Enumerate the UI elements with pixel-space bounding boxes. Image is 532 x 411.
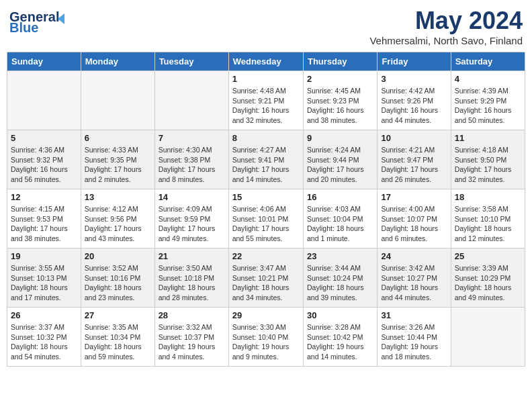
day-number: 27 <box>85 310 151 320</box>
day-info: Sunrise: 4:06 AM Sunset: 10:01 PM Daylig… <box>232 204 300 244</box>
day-number: 14 <box>159 192 225 202</box>
day-info: Sunrise: 3:42 AM Sunset: 10:27 PM Daylig… <box>381 263 447 303</box>
calendar-day-cell: 29Sunrise: 3:30 AM Sunset: 10:40 PM Dayl… <box>228 308 303 367</box>
calendar-day-cell: 24Sunrise: 3:42 AM Sunset: 10:27 PM Dayl… <box>378 248 451 308</box>
day-info: Sunrise: 3:58 AM Sunset: 10:10 PM Daylig… <box>455 204 521 244</box>
day-number: 19 <box>11 251 77 261</box>
calendar-day-cell: 11Sunrise: 4:18 AM Sunset: 9:50 PM Dayli… <box>451 130 525 189</box>
day-number: 4 <box>455 74 521 84</box>
weekday-header: Sunday <box>7 52 81 71</box>
day-info: Sunrise: 4:27 AM Sunset: 9:41 PM Dayligh… <box>232 145 300 185</box>
day-number: 30 <box>307 310 373 320</box>
calendar-day-cell: 18Sunrise: 3:58 AM Sunset: 10:10 PM Dayl… <box>451 189 525 248</box>
day-info: Sunrise: 4:21 AM Sunset: 9:47 PM Dayligh… <box>381 145 447 185</box>
calendar-week-row: 26Sunrise: 3:37 AM Sunset: 10:32 PM Dayl… <box>7 308 525 367</box>
day-number: 25 <box>455 251 521 261</box>
calendar-day-cell: 30Sunrise: 3:28 AM Sunset: 10:42 PM Dayl… <box>303 308 377 367</box>
day-info: Sunrise: 4:00 AM Sunset: 10:07 PM Daylig… <box>381 204 447 244</box>
day-info: Sunrise: 3:44 AM Sunset: 10:24 PM Daylig… <box>307 263 373 303</box>
day-info: Sunrise: 4:03 AM Sunset: 10:04 PM Daylig… <box>307 204 373 244</box>
calendar-day-cell: 9Sunrise: 4:24 AM Sunset: 9:44 PM Daylig… <box>303 130 377 189</box>
day-number: 28 <box>159 310 225 320</box>
calendar-day-cell: 17Sunrise: 4:00 AM Sunset: 10:07 PM Dayl… <box>378 189 451 248</box>
day-number: 18 <box>455 192 521 202</box>
calendar-day-cell: 23Sunrise: 3:44 AM Sunset: 10:24 PM Dayl… <box>303 248 377 308</box>
weekday-header: Tuesday <box>154 52 228 71</box>
calendar-day-cell: 21Sunrise: 3:50 AM Sunset: 10:18 PM Dayl… <box>154 248 228 308</box>
day-info: Sunrise: 4:36 AM Sunset: 9:32 PM Dayligh… <box>11 145 77 185</box>
day-number: 10 <box>381 133 447 143</box>
weekday-header: Monday <box>81 52 154 71</box>
day-number: 31 <box>381 310 447 320</box>
logo: General Blue <box>9 7 70 35</box>
day-number: 26 <box>11 310 77 320</box>
day-info: Sunrise: 3:28 AM Sunset: 10:42 PM Daylig… <box>307 322 373 362</box>
day-info: Sunrise: 4:18 AM Sunset: 9:50 PM Dayligh… <box>455 145 521 185</box>
calendar-day-cell <box>7 71 81 130</box>
weekday-header: Saturday <box>451 52 525 71</box>
day-info: Sunrise: 3:39 AM Sunset: 10:29 PM Daylig… <box>455 263 521 303</box>
day-info: Sunrise: 3:52 AM Sunset: 10:16 PM Daylig… <box>85 263 151 303</box>
day-info: Sunrise: 3:37 AM Sunset: 10:32 PM Daylig… <box>11 322 77 362</box>
day-info: Sunrise: 4:30 AM Sunset: 9:38 PM Dayligh… <box>159 145 225 185</box>
day-info: Sunrise: 3:50 AM Sunset: 10:18 PM Daylig… <box>159 263 225 303</box>
calendar-day-cell: 20Sunrise: 3:52 AM Sunset: 10:16 PM Dayl… <box>81 248 154 308</box>
day-info: Sunrise: 4:45 AM Sunset: 9:23 PM Dayligh… <box>307 86 373 126</box>
calendar-day-cell <box>154 71 228 130</box>
day-number: 23 <box>307 251 373 261</box>
calendar-day-cell: 5Sunrise: 4:36 AM Sunset: 9:32 PM Daylig… <box>7 130 81 189</box>
calendar-day-cell: 25Sunrise: 3:39 AM Sunset: 10:29 PM Dayl… <box>451 248 525 308</box>
day-number: 6 <box>85 133 151 143</box>
svg-text:Blue: Blue <box>9 20 38 35</box>
calendar-week-row: 19Sunrise: 3:55 AM Sunset: 10:13 PM Dayl… <box>7 248 525 308</box>
day-info: Sunrise: 3:32 AM Sunset: 10:37 PM Daylig… <box>159 322 225 362</box>
day-info: Sunrise: 3:26 AM Sunset: 10:44 PM Daylig… <box>381 322 447 362</box>
day-number: 8 <box>232 133 300 143</box>
calendar-day-cell: 28Sunrise: 3:32 AM Sunset: 10:37 PM Dayl… <box>154 308 228 367</box>
day-info: Sunrise: 4:15 AM Sunset: 9:53 PM Dayligh… <box>11 204 77 244</box>
day-number: 13 <box>85 192 151 202</box>
day-number: 21 <box>159 251 225 261</box>
weekday-header: Friday <box>378 52 451 71</box>
day-number: 1 <box>232 74 300 84</box>
weekday-header: Wednesday <box>228 52 303 71</box>
calendar-day-cell: 10Sunrise: 4:21 AM Sunset: 9:47 PM Dayli… <box>378 130 451 189</box>
calendar-day-cell <box>81 71 154 130</box>
calendar-day-cell: 27Sunrise: 3:35 AM Sunset: 10:34 PM Dayl… <box>81 308 154 367</box>
calendar-day-cell: 31Sunrise: 3:26 AM Sunset: 10:44 PM Dayl… <box>378 308 451 367</box>
page-header: General Blue May 2024 Vehmersalmi, North… <box>7 7 525 46</box>
calendar-week-row: 1Sunrise: 4:48 AM Sunset: 9:21 PM Daylig… <box>7 71 525 130</box>
calendar-header-row: SundayMondayTuesdayWednesdayThursdayFrid… <box>7 52 525 71</box>
day-info: Sunrise: 4:48 AM Sunset: 9:21 PM Dayligh… <box>232 86 300 126</box>
day-info: Sunrise: 4:12 AM Sunset: 9:56 PM Dayligh… <box>85 204 151 244</box>
day-number: 17 <box>381 192 447 202</box>
calendar-day-cell: 15Sunrise: 4:06 AM Sunset: 10:01 PM Dayl… <box>228 189 303 248</box>
day-info: Sunrise: 3:47 AM Sunset: 10:21 PM Daylig… <box>232 263 300 303</box>
main-title: May 2024 <box>369 7 523 35</box>
day-number: 3 <box>381 74 447 84</box>
weekday-header: Thursday <box>303 52 377 71</box>
day-info: Sunrise: 4:24 AM Sunset: 9:44 PM Dayligh… <box>307 145 373 185</box>
title-block: May 2024 Vehmersalmi, North Savo, Finlan… <box>369 7 523 46</box>
calendar-day-cell: 8Sunrise: 4:27 AM Sunset: 9:41 PM Daylig… <box>228 130 303 189</box>
day-number: 11 <box>455 133 521 143</box>
day-info: Sunrise: 4:33 AM Sunset: 9:35 PM Dayligh… <box>85 145 151 185</box>
calendar-day-cell: 22Sunrise: 3:47 AM Sunset: 10:21 PM Dayl… <box>228 248 303 308</box>
calendar-day-cell: 14Sunrise: 4:09 AM Sunset: 9:59 PM Dayli… <box>154 189 228 248</box>
calendar-day-cell: 16Sunrise: 4:03 AM Sunset: 10:04 PM Dayl… <box>303 189 377 248</box>
calendar-day-cell: 13Sunrise: 4:12 AM Sunset: 9:56 PM Dayli… <box>81 189 154 248</box>
day-info: Sunrise: 3:30 AM Sunset: 10:40 PM Daylig… <box>232 322 300 362</box>
calendar-day-cell: 19Sunrise: 3:55 AM Sunset: 10:13 PM Dayl… <box>7 248 81 308</box>
day-number: 22 <box>232 251 300 261</box>
day-number: 12 <box>11 192 77 202</box>
day-number: 29 <box>232 310 300 320</box>
calendar-day-cell: 12Sunrise: 4:15 AM Sunset: 9:53 PM Dayli… <box>7 189 81 248</box>
calendar-day-cell: 1Sunrise: 4:48 AM Sunset: 9:21 PM Daylig… <box>228 71 303 130</box>
day-number: 9 <box>307 133 373 143</box>
day-info: Sunrise: 4:42 AM Sunset: 9:26 PM Dayligh… <box>381 86 447 126</box>
day-number: 16 <box>307 192 373 202</box>
day-info: Sunrise: 4:39 AM Sunset: 9:29 PM Dayligh… <box>455 86 521 126</box>
day-number: 24 <box>381 251 447 261</box>
day-number: 5 <box>11 133 77 143</box>
calendar-day-cell: 7Sunrise: 4:30 AM Sunset: 9:38 PM Daylig… <box>154 130 228 189</box>
